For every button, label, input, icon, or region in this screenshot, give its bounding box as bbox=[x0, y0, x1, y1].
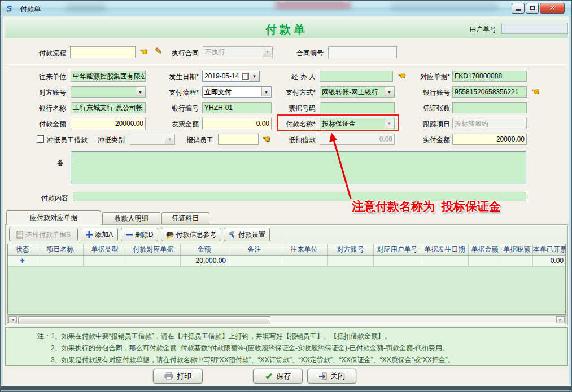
column-header[interactable]: 单据金额 bbox=[469, 244, 501, 256]
offset-loan-label: 冲抵员工借款 bbox=[47, 135, 88, 145]
lookup-hand-icon[interactable]: ☚ bbox=[139, 47, 147, 56]
occur-date-label: 发生日期* bbox=[159, 72, 199, 82]
app-logo-icon: S bbox=[6, 3, 16, 13]
bill-no-field[interactable] bbox=[320, 102, 395, 113]
lookup-hand-icon[interactable]: ☚ bbox=[531, 87, 539, 96]
calendar-icon[interactable] bbox=[242, 73, 249, 80]
contract-no-input[interactable] bbox=[328, 46, 397, 58]
column-header[interactable]: 状态 bbox=[8, 244, 37, 256]
scroll-right-arrow-icon[interactable]: ► bbox=[556, 316, 565, 323]
tab-payee-detail[interactable]: 收款人明细 bbox=[102, 212, 160, 225]
handler-label: 经 办 人 bbox=[275, 72, 316, 82]
table-header: 状态 项目名称 单据类型 付款对应单据 金额 备注 往来单位 对方账号 对应用户… bbox=[8, 244, 565, 256]
bank-name-label: 银行名称 bbox=[39, 104, 66, 113]
payment-form-window: S 付款单 ✕ 付款单 用户单号 付款流程 ☚ ✎ 执行合同 不执行 ▼ 合同编… bbox=[0, 0, 572, 392]
ref-doc-field[interactable]: FKD170000088 bbox=[452, 71, 527, 82]
dropdown-arrow-icon[interactable]: ▼ bbox=[250, 72, 259, 81]
delete-button[interactable]: 删除D bbox=[121, 228, 158, 241]
check-icon: ✔ bbox=[265, 371, 273, 382]
bank-account-label: 银行账号 bbox=[409, 88, 450, 98]
minus-icon bbox=[126, 231, 133, 238]
pay-flow-label: 付款流程 bbox=[39, 49, 66, 58]
user-no-label: 用户单号 bbox=[469, 25, 496, 34]
dropdown-arrow-icon[interactable]: ▼ bbox=[261, 87, 270, 96]
reimburse-emp-input[interactable] bbox=[218, 134, 259, 145]
scroll-left-arrow-icon[interactable]: ◄ bbox=[8, 316, 17, 323]
titlebar-reflection bbox=[391, 3, 498, 11]
select-payment-doc-button[interactable]: 选择付款单据S bbox=[9, 228, 78, 241]
table-row[interactable]: + 20,000.00 0.00 bbox=[8, 256, 565, 267]
deduct-loan-field[interactable]: 0.00 bbox=[320, 134, 395, 145]
document-icon bbox=[16, 231, 23, 239]
counterparty-field[interactable]: 中华能源控股集团有限公 bbox=[71, 71, 146, 82]
save-button[interactable]: ✔ 保存 bbox=[253, 369, 303, 384]
lookup-hand-icon[interactable]: ☚ bbox=[262, 135, 270, 144]
payment-settings-button[interactable]: 付款设置 bbox=[224, 228, 270, 241]
counter-account-select[interactable]: ▼ bbox=[71, 86, 146, 98]
bank-account-field[interactable]: 95581520658356221 bbox=[452, 86, 527, 98]
close-form-button[interactable]: 关闭 bbox=[307, 369, 356, 384]
bank-code-field[interactable]: YHZH-01 bbox=[202, 102, 272, 113]
tab-voucher-subject[interactable]: 凭证科目 bbox=[161, 212, 209, 225]
add-button[interactable]: 添加A bbox=[81, 228, 118, 241]
dropdown-arrow-icon[interactable]: ▼ bbox=[165, 135, 174, 144]
dropdown-arrow-icon[interactable]: ▼ bbox=[385, 119, 394, 128]
payment-info-reference-button[interactable]: 付款信息参考 bbox=[161, 228, 221, 241]
column-header[interactable]: 单据税额 bbox=[501, 244, 533, 256]
dropdown-arrow-icon[interactable]: ▼ bbox=[385, 87, 394, 96]
tab-payable-docs[interactable]: 应付款对应单据 bbox=[6, 210, 101, 225]
occur-date-picker[interactable]: 2019-05-14 ▼ bbox=[202, 71, 260, 82]
minimize-button[interactable] bbox=[512, 3, 525, 14]
bill-no-label: 票据号码 bbox=[275, 104, 316, 113]
window-bottom-edge bbox=[1, 390, 572, 392]
column-header[interactable]: 对方账号 bbox=[328, 244, 374, 256]
column-header[interactable]: 项目名称 bbox=[37, 244, 84, 256]
exec-contract-select[interactable]: 不执行 ▼ bbox=[203, 46, 273, 58]
titlebar-reflection bbox=[66, 3, 106, 12]
user-no-field[interactable] bbox=[501, 23, 568, 34]
voucher-count-field[interactable] bbox=[452, 102, 527, 113]
dropdown-arrow-icon[interactable]: ▼ bbox=[136, 87, 145, 96]
column-header[interactable]: 单据发生日期 bbox=[421, 244, 469, 256]
column-header[interactable]: 付款对应单据 bbox=[126, 244, 181, 256]
column-header[interactable]: 金额 bbox=[181, 244, 228, 256]
edit-pen-icon[interactable]: ✎ bbox=[155, 47, 162, 56]
column-header[interactable]: 往来单位 bbox=[281, 244, 328, 256]
offset-type-select[interactable]: ▼ bbox=[130, 134, 175, 145]
dropdown-arrow-icon[interactable]: ▼ bbox=[263, 47, 272, 57]
column-header[interactable]: 单据类型 bbox=[84, 244, 126, 256]
remark-textarea[interactable] bbox=[71, 151, 526, 184]
horizontal-scrollbar[interactable]: ◄ ► bbox=[7, 315, 566, 324]
column-header[interactable]: 对应用户单号 bbox=[374, 244, 421, 256]
row-status-cell: + bbox=[8, 256, 37, 267]
maximize-icon bbox=[530, 6, 535, 10]
handler-field[interactable] bbox=[320, 71, 393, 82]
actual-amount-field[interactable]: 20000.00 bbox=[452, 134, 527, 145]
maximize-button[interactable] bbox=[526, 3, 539, 14]
minimize-icon bbox=[516, 9, 521, 11]
scrollbar-thumb[interactable] bbox=[18, 316, 270, 324]
pay-name-select[interactable]: 投标保证金 ▼ bbox=[320, 118, 395, 129]
hammer-icon bbox=[228, 231, 236, 239]
invoice-amount-label: 发票金额 bbox=[159, 120, 199, 129]
column-header[interactable]: 本单已开票 bbox=[533, 244, 566, 256]
offset-loan-checkbox[interactable] bbox=[37, 135, 44, 143]
voucher-count-label: 凭证张数 bbox=[409, 104, 450, 113]
row-amount-cell: 20,000.00 bbox=[181, 256, 228, 267]
track-project-label: 跟踪项目 bbox=[409, 120, 450, 129]
pay-amount-field[interactable]: 20000.00 bbox=[71, 118, 146, 129]
column-header[interactable]: 备注 bbox=[228, 244, 281, 256]
pay-flow-input[interactable] bbox=[70, 46, 136, 58]
bank-code-label: 银行编号 bbox=[159, 104, 199, 113]
lookup-hand-icon[interactable]: ☚ bbox=[398, 72, 405, 81]
pay-method-select[interactable]: 网银转账-网上银行 ▼ bbox=[320, 86, 395, 98]
invoice-amount-field[interactable]: 0.00 bbox=[202, 118, 272, 129]
close-button[interactable]: ✕ bbox=[540, 3, 565, 14]
exit-door-icon bbox=[318, 372, 327, 380]
payable-docs-table: 状态 项目名称 单据类型 付款对应单据 金额 备注 往来单位 对方账号 对应用户… bbox=[7, 244, 566, 315]
bank-name-field[interactable]: 工行东城支行-总公司帐 bbox=[71, 102, 146, 113]
window-bottom-border bbox=[1, 386, 572, 390]
print-button[interactable]: 打印 bbox=[153, 369, 203, 384]
track-project-field[interactable]: 投标转履约 bbox=[452, 118, 527, 129]
pay-process-select[interactable]: 立即支付 ▼ bbox=[202, 86, 272, 98]
